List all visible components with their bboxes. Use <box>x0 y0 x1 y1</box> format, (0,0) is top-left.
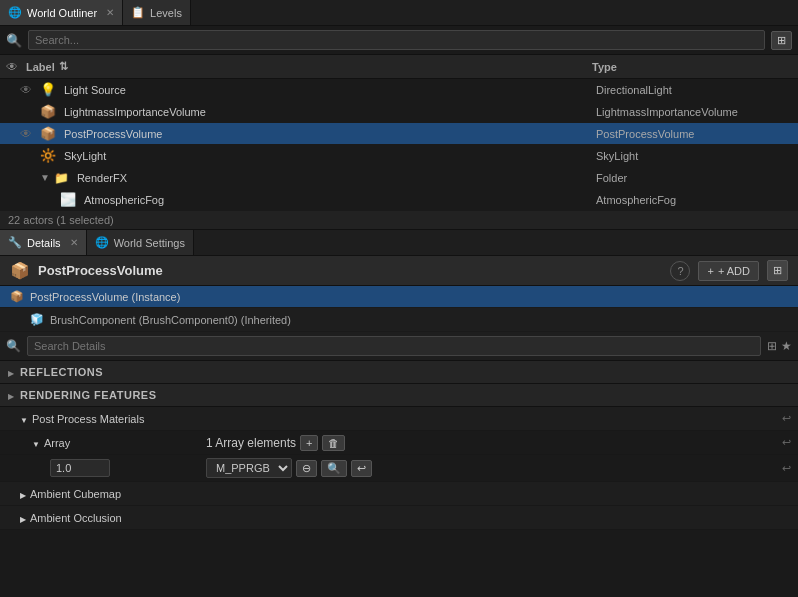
outliner-row-atmosphericfog[interactable]: 🌫️ AtmosphericFog AtmosphericFog <box>0 189 798 211</box>
details-search-input[interactable] <box>27 336 761 356</box>
brush-icon: 🧊 <box>30 313 44 326</box>
outliner-row-lightmass[interactable]: 📦 LightmassImportanceVolume LightmassImp… <box>0 101 798 123</box>
details-tab-close[interactable]: ✕ <box>70 237 78 248</box>
lightmass-icon: 📦 <box>40 104 56 119</box>
array-element-0-value <box>50 459 110 477</box>
component-instance[interactable]: 📦 PostProcessVolume (Instance) <box>0 286 798 308</box>
array-expand-chevron[interactable] <box>32 437 40 449</box>
ambient-occlusion-chevron[interactable] <box>20 512 26 524</box>
post-process-materials-reset[interactable]: ↩ <box>774 412 798 425</box>
grid-icon[interactable]: ⊞ <box>767 339 777 353</box>
tab-world-outliner[interactable]: 🌐 World Outliner ✕ <box>0 0 123 25</box>
tab-levels[interactable]: 📋 Levels <box>123 0 191 25</box>
details-tab-icon: 🔧 <box>8 236 22 249</box>
renderfx-expand-icon[interactable]: ▼ <box>40 172 50 183</box>
array-element-0-dropdown[interactable]: M_PPRGB None <box>206 458 292 478</box>
array-row: Array 1 Array elements + 🗑 ↩ <box>0 431 798 455</box>
ambient-occlusion-label: Ambient Occlusion <box>30 512 122 524</box>
post-process-materials-value <box>200 416 774 422</box>
component-header: 📦 PostProcessVolume ? + + ADD ⊞ <box>0 256 798 286</box>
help-button[interactable]: ? <box>670 261 690 281</box>
brush-label: BrushComponent (BrushComponent0) (Inheri… <box>50 314 291 326</box>
post-process-materials-label-cell: Post Process Materials <box>0 410 200 428</box>
ppm-expand-chevron[interactable] <box>20 413 28 425</box>
array-element-0-row: M_PPRGB None ⊖ 🔍 ↩ ↩ <box>0 455 798 482</box>
reflections-section-header[interactable]: REFLECTIONS <box>0 361 798 384</box>
post-process-materials-label: Post Process Materials <box>32 413 144 425</box>
array-add-button[interactable]: + <box>300 435 318 451</box>
tab-details[interactable]: 🔧 Details ✕ <box>0 230 87 255</box>
world-outliner-tab-close[interactable]: ✕ <box>106 7 114 18</box>
world-outliner-panel: 🌐 World Outliner ✕ 📋 Levels 🔍 ⊞ 👁 Label … <box>0 0 798 230</box>
array-value-cell: 1 Array elements + 🗑 <box>200 432 774 454</box>
add-component-button[interactable]: + + ADD <box>698 261 759 281</box>
reflections-chevron <box>8 367 14 378</box>
component-sub-brush[interactable]: 🧊 BrushComponent (BrushComponent0) (Inhe… <box>0 308 798 332</box>
ambient-cubemap-label-cell: Ambient Cubemap <box>0 485 200 503</box>
eye-postprocess[interactable]: 👁 <box>20 127 40 141</box>
component-title: PostProcessVolume <box>38 263 662 278</box>
details-panel: 🔧 Details ✕ 🌐 World Settings 📦 PostProce… <box>0 230 798 530</box>
array-element-0-label <box>0 456 200 480</box>
array-element-0-link[interactable]: ↩ <box>351 460 372 477</box>
array-element-0-value-cell: M_PPRGB None ⊖ 🔍 ↩ <box>200 455 774 481</box>
rendering-features-chevron <box>8 390 14 401</box>
eye-col-header: 👁 <box>6 60 26 74</box>
rendering-features-section-header[interactable]: RENDERING FEATURES <box>0 384 798 407</box>
label-sort-icon: ⇅ <box>59 60 68 73</box>
ambient-cubemap-label: Ambient Cubemap <box>30 488 121 500</box>
rendering-features-title: RENDERING FEATURES <box>20 389 157 401</box>
atmosphericfog-icon: 🌫️ <box>60 192 76 207</box>
post-process-materials-row: Post Process Materials ↩ <box>0 407 798 431</box>
details-tab-label: Details <box>27 237 61 249</box>
levels-tab-icon: 📋 <box>131 6 145 19</box>
grid-view-button[interactable]: ⊞ <box>767 260 788 281</box>
outliner-row-skylight[interactable]: 🔆 SkyLight SkyLight <box>0 145 798 167</box>
array-element-0-reset[interactable]: ↩ <box>774 462 798 475</box>
tab-world-settings[interactable]: 🌐 World Settings <box>87 230 194 255</box>
light-source-icon: 💡 <box>40 82 56 97</box>
levels-tab-label: Levels <box>150 7 182 19</box>
outliner-column-headers: 👁 Label ⇅ Type <box>0 55 798 79</box>
outliner-tab-bar: 🌐 World Outliner ✕ 📋 Levels <box>0 0 798 26</box>
world-outliner-tab-label: World Outliner <box>27 7 97 19</box>
outliner-search-icon: 🔍 <box>6 33 22 48</box>
array-reset[interactable]: ↩ <box>774 436 798 449</box>
component-header-icon: 📦 <box>10 261 30 280</box>
array-label: Array <box>44 437 70 449</box>
ambient-occlusion-value <box>200 515 774 521</box>
eye-light-source[interactable]: 👁 <box>20 83 40 97</box>
ambient-occlusion-label-cell: Ambient Occlusion <box>0 509 200 527</box>
ambient-cubemap-chevron[interactable] <box>20 488 26 500</box>
outliner-row-postprocess[interactable]: 👁 📦 PostProcessVolume PostProcessVolume <box>0 123 798 145</box>
array-element-0-input[interactable] <box>50 459 110 477</box>
world-settings-tab-icon: 🌐 <box>95 236 109 249</box>
outliner-search-input[interactable] <box>28 30 765 50</box>
world-settings-tab-label: World Settings <box>114 237 185 249</box>
star-icon[interactable]: ★ <box>781 339 792 353</box>
array-label-cell: Array <box>0 434 200 452</box>
ambient-occlusion-row: Ambient Occlusion <box>0 506 798 530</box>
world-outliner-tab-icon: 🌐 <box>8 6 22 19</box>
instance-label: PostProcessVolume (Instance) <box>30 291 180 303</box>
details-tab-bar: 🔧 Details ✕ 🌐 World Settings <box>0 230 798 256</box>
outliner-row-light-source[interactable]: 👁 💡 Light Source DirectionalLight <box>0 79 798 101</box>
ambient-cubemap-value <box>200 491 774 497</box>
outliner-add-button[interactable]: ⊞ <box>771 31 792 50</box>
label-col-header[interactable]: Label ⇅ <box>26 60 592 73</box>
ambient-cubemap-row: Ambient Cubemap <box>0 482 798 506</box>
array-element-0-zoom-out[interactable]: ⊖ <box>296 460 317 477</box>
instance-icon: 📦 <box>10 290 24 303</box>
array-element-0-zoom-in[interactable]: 🔍 <box>321 460 347 477</box>
skylight-icon: 🔆 <box>40 148 56 163</box>
postprocess-icon: 📦 <box>40 126 56 141</box>
outliner-search-bar: 🔍 ⊞ <box>0 26 798 55</box>
outliner-row-renderfx[interactable]: ▼ 📁 RenderFX Folder <box>0 167 798 189</box>
details-search-bar: 🔍 ⊞ ★ <box>0 332 798 361</box>
array-count: 1 Array elements <box>206 436 296 450</box>
array-delete-button[interactable]: 🗑 <box>322 435 345 451</box>
type-col-header[interactable]: Type <box>592 61 792 73</box>
details-search-actions: ⊞ ★ <box>767 339 792 353</box>
actor-count: 22 actors (1 selected) <box>0 211 798 230</box>
reflections-title: REFLECTIONS <box>20 366 103 378</box>
